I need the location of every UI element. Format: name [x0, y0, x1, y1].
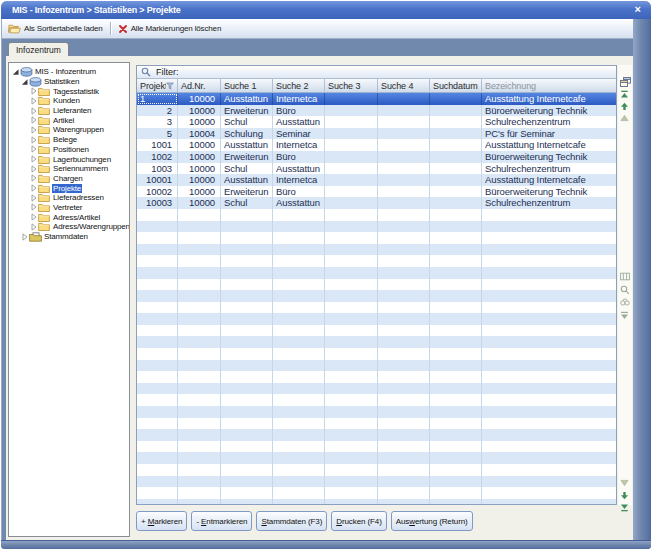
tree-collapsed-arrow-icon[interactable] [30, 145, 38, 153]
grid-cell[interactable]: Ausstattun [221, 139, 273, 151]
tree-item-projekte[interactable]: Projekte [9, 183, 129, 193]
grid-cell[interactable]: Erweiterun [221, 105, 273, 117]
grid-cell[interactable]: Schulrechenzentrum [482, 116, 616, 128]
tree-item-lieferanten[interactable]: Lieferanten [9, 106, 129, 116]
grid-cell[interactable] [378, 163, 430, 175]
tree-collapsed-arrow-icon[interactable] [30, 194, 38, 202]
grid-row[interactable]: 100110000AusstattunInternetcaAusstattung… [137, 139, 616, 151]
grid-cell[interactable]: Büroerweiterung Technik [482, 151, 616, 163]
grid-cell[interactable] [378, 116, 430, 128]
grid-cell[interactable]: 10000 [178, 151, 221, 163]
grid-cell[interactable]: Schul [221, 163, 273, 175]
grid-row[interactable]: 1000210000ErweiterunBüroBüroerweiterung … [137, 186, 616, 198]
grid-cell[interactable] [378, 105, 430, 117]
load-sort-table-button[interactable]: Als Sortiertabelle laden [2, 20, 108, 38]
grid-row[interactable]: 1000110000AusstattunInternetcaAusstattun… [137, 174, 616, 186]
grid-cell[interactable]: Ausstattun [273, 197, 325, 209]
grid-row[interactable]: 210000ErweiterunBüroBüroerweiterung Tech… [137, 105, 616, 117]
tree-collapsed-arrow-icon[interactable] [30, 116, 38, 124]
grid-cell[interactable]: Büro [273, 186, 325, 198]
grid-cell[interactable] [430, 116, 482, 128]
grid-cell[interactable] [378, 93, 430, 105]
grid-cell[interactable]: Erweiterun [221, 186, 273, 198]
grid-cell[interactable] [325, 105, 378, 117]
tree-item-mis-infozentrum[interactable]: MIS - Infozentrum [9, 67, 129, 77]
jump-down-icon[interactable] [620, 311, 629, 320]
scroll-top-icon[interactable] [620, 90, 629, 99]
grid-cell[interactable] [430, 151, 482, 163]
grid-cell[interactable]: 10000 [178, 93, 221, 105]
grid-cell[interactable]: 10000 [178, 105, 221, 117]
grid-cell[interactable]: 1003 [137, 163, 178, 175]
footer-button-stammdaten-f3-[interactable]: Stammdaten (F3) [256, 511, 327, 531]
grid-cell[interactable] [325, 93, 378, 105]
tree-collapsed-arrow-icon[interactable] [30, 97, 38, 105]
tree-item-artikel[interactable]: Artikel [9, 115, 129, 125]
grid-cell[interactable]: Schulrechenzentrum [482, 197, 616, 209]
grid-cell[interactable]: 1 [137, 93, 178, 105]
grid-cell[interactable]: 10000 [178, 116, 221, 128]
grid-cell[interactable] [378, 186, 430, 198]
grid-row[interactable]: 510004SchulungSeminarPC's für Seminar [137, 128, 616, 140]
tree-collapsed-arrow-icon[interactable] [30, 87, 38, 95]
grid-cell[interactable]: 10001 [137, 174, 178, 186]
grid-cell[interactable] [325, 116, 378, 128]
tree-item-warengruppen[interactable]: Warengruppen [9, 125, 129, 135]
footer-button-drucken-f4-[interactable]: Drucken (F4) [331, 511, 387, 531]
grid-cell[interactable] [430, 139, 482, 151]
tree-collapsed-arrow-icon[interactable] [30, 174, 38, 182]
grid-cell[interactable]: Büroerweiterung Technik [482, 186, 616, 198]
tree-item-adress-artikel[interactable]: Adress/Artikel [9, 212, 129, 222]
grid-row[interactable]: 310000SchulAusstattunSchulrechenzentrum [137, 116, 616, 128]
grid-cell[interactable]: Ausstattung Internetcafe [482, 93, 616, 105]
grid-cell[interactable]: PC's für Seminar [482, 128, 616, 140]
tree-collapsed-arrow-icon[interactable] [30, 223, 38, 231]
grid-cell[interactable]: Ausstattung Internetcafe [482, 174, 616, 186]
tree-item-belege[interactable]: Belege [9, 135, 129, 145]
footer-button-auswertung-return-[interactable]: Auswertung (Return) [391, 511, 473, 531]
grid-cell[interactable] [325, 139, 378, 151]
tree-item-statistiken[interactable]: Statistiken [9, 77, 129, 87]
column-header-projekt[interactable]: Projekt [137, 79, 178, 93]
grid-cell[interactable]: Erweiterun [221, 151, 273, 163]
tree-collapsed-arrow-icon[interactable] [30, 136, 38, 144]
grid-cell[interactable]: Schulrechenzentrum [482, 163, 616, 175]
grid-row[interactable]: 100310000SchulAusstattunSchulrechenzentr… [137, 163, 616, 175]
footer-button--markieren[interactable]: + Markieren [136, 511, 187, 531]
grid-cell[interactable]: Ausstattun [273, 116, 325, 128]
tree-collapsed-arrow-icon[interactable] [30, 107, 38, 115]
tree-collapsed-arrow-icon[interactable] [30, 155, 38, 163]
grid-cell[interactable]: 10000 [178, 186, 221, 198]
tree-item-kunden[interactable]: Kunden [9, 96, 129, 106]
grid-cell[interactable] [378, 197, 430, 209]
grid-cell[interactable]: Ausstattun [221, 174, 273, 186]
column-header-ad-nr-[interactable]: Ad.Nr. [178, 79, 221, 93]
grid-cell[interactable] [325, 128, 378, 140]
grid-cell[interactable] [430, 186, 482, 198]
tree-expanded-arrow-icon[interactable] [21, 78, 29, 86]
grid-cell[interactable] [430, 105, 482, 117]
column-header-suchdatum[interactable]: Suchdatum [430, 79, 482, 93]
column-header-suche-2[interactable]: Suche 2 [273, 79, 325, 93]
tree-collapsed-arrow-icon[interactable] [30, 203, 38, 211]
grid-cell[interactable] [325, 186, 378, 198]
tree-expanded-arrow-icon[interactable] [12, 68, 20, 76]
column-header-suche-3[interactable]: Suche 3 [325, 79, 378, 93]
tree-item-vertreter[interactable]: Vertreter [9, 203, 129, 213]
grid-cell[interactable]: 10002 [137, 186, 178, 198]
grid-cell[interactable] [430, 174, 482, 186]
tree-collapsed-arrow-icon[interactable] [30, 184, 38, 192]
grid-cell[interactable] [378, 151, 430, 163]
grid-cell[interactable]: 10003 [137, 197, 178, 209]
grid-cell[interactable]: 1001 [137, 139, 178, 151]
grid-cell[interactable] [325, 197, 378, 209]
grid-cell[interactable] [378, 128, 430, 140]
grid-cell[interactable]: Seminar [273, 128, 325, 140]
grid-cell[interactable]: Ausstattun [221, 93, 273, 105]
tree-item-tagesstatistik[interactable]: Tagesstatistik [9, 86, 129, 96]
grid-cell[interactable] [430, 128, 482, 140]
grid-cell[interactable]: 5 [137, 128, 178, 140]
grid-cell[interactable]: Internetca [273, 139, 325, 151]
grid-row[interactable]: 1000310000SchulAusstattunSchulrechenzent… [137, 197, 616, 209]
tree-collapsed-arrow-icon[interactable] [21, 233, 29, 241]
